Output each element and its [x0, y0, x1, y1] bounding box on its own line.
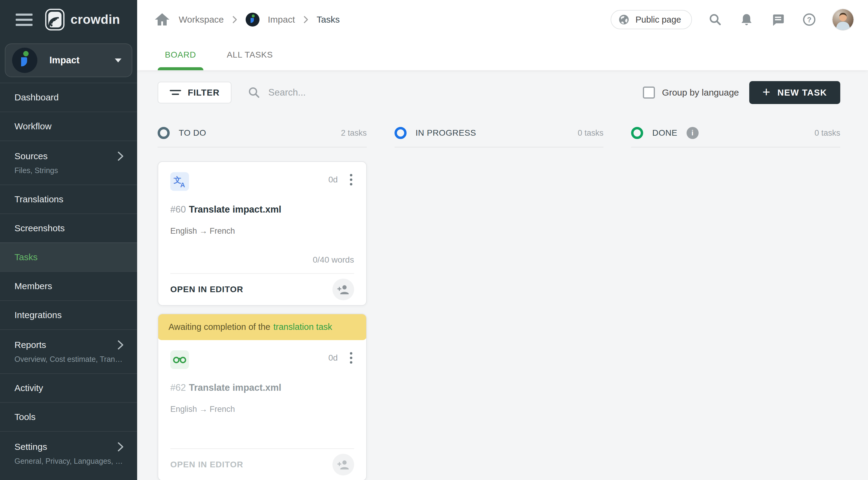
status-ring-done	[631, 127, 643, 139]
filter-button[interactable]: FILTER	[158, 82, 231, 103]
sidebar-item-reports[interactable]: Reports Overview, Cost estimate, Transl…	[0, 329, 137, 373]
sidebar-item-label: Dashboard	[14, 92, 59, 102]
top-bar: Workspace Impact Tasks	[137, 0, 868, 39]
header-actions: Public page ?	[611, 9, 854, 30]
awaiting-banner-text: Awaiting completion of the	[168, 322, 270, 332]
sidebar-item-integrations[interactable]: Integrations	[0, 300, 137, 329]
tab-board[interactable]: BOARD	[159, 39, 202, 70]
new-task-button[interactable]: + NEW TASK	[749, 81, 840, 104]
status-ring-todo	[158, 127, 170, 139]
sidebar-item-translations[interactable]: Translations	[0, 184, 137, 213]
help-icon[interactable]: ?	[801, 11, 817, 28]
board-content: FILTER Group by language + NEW TASK	[137, 70, 868, 480]
messages-icon[interactable]	[770, 11, 786, 28]
translate-task-icon: 文A	[170, 172, 189, 191]
chevron-right-icon	[304, 16, 308, 24]
search-icon	[248, 86, 260, 99]
column-done-header: DONE i 0 tasks	[631, 127, 840, 147]
group-by-language-toggle[interactable]: Group by language	[643, 87, 739, 98]
search-input[interactable]	[268, 87, 449, 98]
sidebar-top: crowdin	[0, 0, 137, 39]
column-count: 2 tasks	[341, 128, 367, 138]
home-icon[interactable]	[154, 11, 170, 28]
brand-wordmark: crowdin	[70, 12, 120, 27]
project-avatar	[12, 48, 37, 73]
filter-icon	[170, 88, 181, 97]
sidebar-item-label: Screenshots	[14, 223, 65, 233]
sidebar-item-activity[interactable]: Activity	[0, 373, 137, 402]
filter-button-label: FILTER	[188, 88, 219, 98]
proofread-task-icon	[170, 350, 189, 369]
search-icon[interactable]	[707, 11, 723, 28]
sidebar-item-tools[interactable]: Tools	[0, 402, 137, 431]
project-selector[interactable]: Impact	[5, 43, 132, 77]
column-title: TO DO	[179, 128, 206, 138]
open-in-editor-link[interactable]: OPEN IN EDITOR	[170, 284, 243, 294]
tabs-bar: BOARD ALL TASKS	[137, 39, 868, 70]
task-card-62[interactable]: Awaiting completion of the translation t…	[158, 313, 367, 480]
sidebar-item-screenshots[interactable]: Screenshots	[0, 213, 137, 242]
task-card-60[interactable]: 文A 0d #60Translate impact.xml	[158, 161, 367, 306]
menu-icon[interactable]	[16, 13, 33, 26]
due-badge: 0d	[329, 175, 338, 184]
search-field	[248, 86, 643, 99]
column-count: 0 tasks	[578, 128, 604, 138]
breadcrumb: Workspace Impact Tasks	[154, 11, 340, 28]
tab-all-tasks[interactable]: ALL TASKS	[221, 39, 278, 70]
breadcrumb-project[interactable]: Impact	[268, 14, 295, 25]
task-title[interactable]: #60Translate impact.xml	[170, 204, 354, 215]
sidebar-item-label: Integrations	[14, 310, 62, 320]
crowdin-logo[interactable]: crowdin	[45, 9, 120, 30]
sidebar-item-sources[interactable]: Sources Files, Strings	[0, 141, 137, 184]
task-languages: English → French	[170, 404, 354, 414]
assign-user-button[interactable]	[333, 454, 354, 476]
column-done: DONE i 0 tasks	[631, 127, 840, 480]
public-page-label: Public page	[635, 15, 681, 25]
sidebar-item-label: Tasks	[14, 252, 38, 262]
group-by-language-checkbox[interactable]	[643, 87, 655, 98]
task-id: #60	[170, 204, 186, 215]
new-task-label: NEW TASK	[777, 88, 827, 98]
card-menu-icon[interactable]	[348, 172, 354, 187]
task-name: Translate impact.xml	[189, 204, 281, 215]
user-avatar[interactable]	[832, 9, 854, 30]
breadcrumb-workspace[interactable]: Workspace	[179, 14, 224, 25]
sidebar-item-tasks[interactable]: Tasks	[0, 242, 137, 271]
svg-text:A: A	[180, 181, 185, 188]
chevron-right-icon	[117, 442, 124, 452]
sidebar-item-label: Workflow	[14, 121, 52, 131]
task-title[interactable]: #62Translate impact.xml	[170, 382, 354, 393]
sidebar-item-label: Sources	[14, 151, 48, 161]
sidebar-item-label: Activity	[14, 383, 43, 393]
column-in-progress: IN PROGRESS 0 tasks	[395, 127, 604, 480]
sidebar-item-workflow[interactable]: Workflow	[0, 112, 137, 141]
sidebar-item-label: Tools	[14, 412, 36, 422]
assign-user-button[interactable]	[333, 278, 354, 300]
kanban-board: TO DO 2 tasks 文A	[158, 127, 840, 480]
person-add-icon	[337, 459, 350, 470]
awaiting-banner: Awaiting completion of the translation t…	[158, 313, 367, 340]
tab-board-label: BOARD	[165, 50, 196, 60]
sidebar-item-settings[interactable]: Settings General, Privacy, Languages, Q…	[0, 431, 137, 475]
app-root: crowdin Impact Dashboard Workflow Source…	[0, 0, 868, 480]
project-name: Impact	[50, 55, 103, 66]
chevron-right-icon	[117, 340, 124, 350]
status-ring-in-progress	[395, 127, 407, 139]
card-menu-icon[interactable]	[348, 350, 354, 365]
project-avatar-small	[246, 13, 259, 27]
sidebar-item-members[interactable]: Members	[0, 271, 137, 300]
chevron-right-icon	[117, 151, 124, 161]
public-page-button[interactable]: Public page	[611, 10, 692, 29]
sidebar-item-dashboard[interactable]: Dashboard	[0, 83, 137, 112]
sidebar: crowdin Impact Dashboard Workflow Source…	[0, 0, 137, 480]
notifications-bell-icon[interactable]	[738, 11, 755, 28]
translation-task-link[interactable]: translation task	[273, 322, 332, 332]
sidebar-item-subtext: Files, Strings	[14, 166, 124, 175]
task-id: #62	[170, 382, 186, 393]
due-badge: 0d	[329, 353, 338, 363]
board-toolbar: FILTER Group by language + NEW TASK	[158, 81, 840, 104]
sidebar-item-label: Members	[14, 281, 52, 291]
open-in-editor-link[interactable]: OPEN IN EDITOR	[170, 460, 243, 470]
breadcrumb-current: Tasks	[317, 14, 340, 25]
info-icon[interactable]: i	[687, 127, 699, 139]
